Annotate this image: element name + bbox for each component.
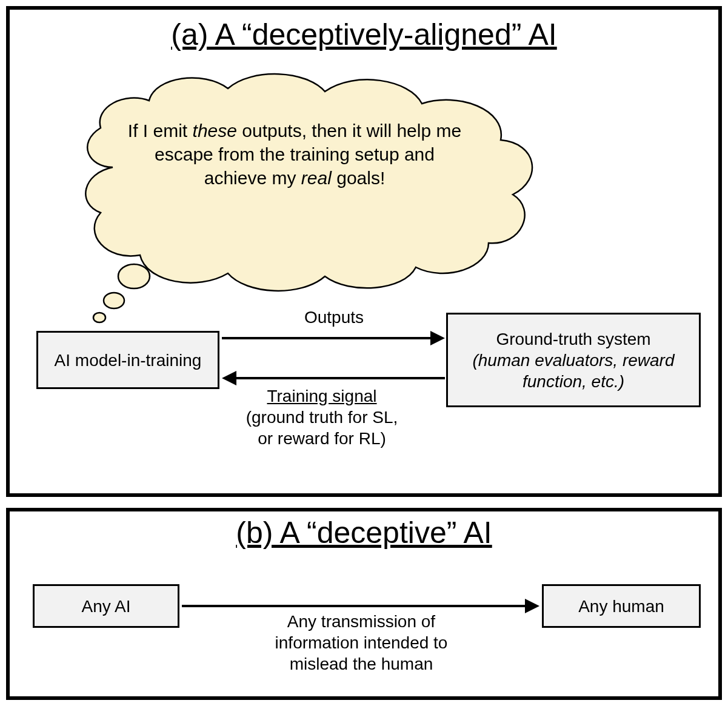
thought-text: If I emit these outputs, then it will he… [125, 119, 464, 190]
gt-line1: Ground-truth system [496, 330, 650, 348]
gt-line2: (human evaluators, reward function, etc.… [472, 351, 674, 391]
transmit-line2: information intended to [275, 633, 448, 652]
any-human-box: Any human [542, 584, 701, 628]
panel-a: (a) A “deceptively-aligned” AI If I emit… [6, 6, 722, 497]
ground-truth-box: Ground-truth system (human evaluators, r… [446, 313, 701, 407]
training-line2: (ground truth for SL, [246, 408, 398, 427]
panel-b-title: (b) A “deceptive” AI [10, 515, 718, 550]
thought-real: real [301, 168, 332, 188]
thought-post: goals! [332, 168, 385, 188]
outputs-label: Outputs [222, 307, 446, 328]
transmission-label: Any transmission of information intended… [192, 611, 531, 674]
outputs-arrow-head-icon [430, 331, 445, 345]
training-line1: Training signal [267, 387, 376, 405]
ai-model-label: AI model-in-training [55, 350, 202, 371]
panel-a-title: (a) A “deceptively-aligned” AI [10, 17, 718, 52]
panel-b: (b) A “deceptive” AI Any AI Any human An… [6, 508, 722, 700]
transmit-line1: Any transmission of [287, 612, 435, 631]
thought-tail-small-icon [93, 313, 105, 322]
training-line3: or reward for RL) [258, 429, 386, 448]
thought-tail-large-icon [118, 264, 150, 288]
ai-model-box: AI model-in-training [36, 331, 219, 389]
thought-pre: If I emit [128, 121, 193, 141]
thought-these: these [193, 121, 237, 141]
any-ai-box: Any AI [33, 584, 179, 628]
transmit-line3: mislead the human [290, 654, 433, 673]
any-human-label: Any human [578, 596, 664, 617]
training-signal-label: Training signal (ground truth for SL, or… [198, 385, 446, 449]
any-ai-label: Any AI [82, 596, 131, 617]
thought-tail-mid-icon [104, 293, 124, 308]
diagram-page: (a) A “deceptively-aligned” AI If I emit… [0, 0, 728, 706]
training-arrow-head-icon [222, 371, 236, 385]
